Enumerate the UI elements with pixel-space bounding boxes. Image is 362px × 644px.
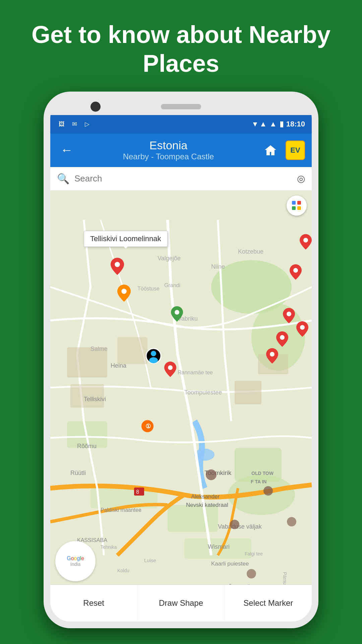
mail-status-icon: ✉ [70,120,79,128]
app-bar-subtitle: Nearby - Toompea Castle [123,152,214,161]
phone-frame: 🖼 ✉ ▷ ▾ ▲ ▲ ▮ 18:10 ← Estonia Nearby - T… [44,92,318,628]
google-logo: Google India [55,541,96,581]
marker-red-5[interactable] [276,331,288,347]
svg-text:Wismari: Wismari [208,543,230,550]
svg-point-60 [300,325,305,330]
svg-text:Nevski katedraal: Nevski katedraal [186,501,228,508]
signal-icon: ▲ [259,120,267,128]
home-button[interactable] [260,140,281,160]
marker-red-6[interactable] [266,348,278,364]
svg-text:Vabaduse väljak: Vabaduse väljak [218,523,262,530]
svg-text:Rõõmu: Rõõmu [77,442,97,449]
svg-point-62 [270,352,275,357]
svg-text:Valgejõe: Valgejõe [158,255,181,261]
draw-shape-button[interactable]: Draw Shape [137,585,225,622]
svg-text:Tehnika: Tehnika [101,544,117,549]
svg-point-58 [115,262,120,267]
google-region: India [70,561,80,567]
status-bar: 🖼 ✉ ▷ ▾ ▲ ▲ ▮ 18:10 [50,115,312,133]
marker-red-main[interactable] [111,258,124,275]
phone-top [50,98,312,115]
speaker [161,104,201,109]
map-svg: Heina Telliskivi Rõõmu Rüütli Paldiski m… [50,191,312,585]
svg-text:Toompuiestee: Toompuiestee [184,389,222,395]
svg-text:Niine: Niine [211,263,225,270]
page-title: Get to know about Nearby Places [13,20,349,78]
app-bar-actions: EV [260,140,305,160]
marker-red-3[interactable] [283,308,295,323]
svg-point-61 [280,335,285,340]
svg-point-56 [293,268,298,273]
svg-text:①: ① [145,423,151,429]
google-brand: Google [67,555,84,561]
marker-green-1[interactable] [171,306,183,322]
svg-text:Grandi: Grandi [164,282,180,288]
svg-text:OLD TOW: OLD TOW [251,470,274,476]
marker-2[interactable] [290,264,302,280]
svg-point-63 [168,365,173,370]
svg-point-55 [303,238,308,243]
wifi-icon: ▾ [253,120,257,128]
marker-red-4[interactable] [296,321,308,337]
svg-text:Suur-Ameerika: Suur-Ameerika [117,584,153,585]
dot2 [297,201,301,205]
svg-point-48 [247,569,256,578]
page-header: Get to know about Nearby Places [0,0,362,92]
dot4 [297,206,301,210]
time-display: 18:10 [286,120,305,128]
svg-point-64 [175,310,179,315]
app-bar-title-area: Estonia Nearby - Toompea Castle [83,139,254,161]
svg-rect-53 [134,487,144,495]
search-input[interactable] [74,173,292,184]
dot1 [292,201,296,205]
svg-point-49 [287,517,296,526]
svg-text:Rüütli: Rüütli [70,469,86,476]
grid-dots [292,201,301,210]
svg-text:Falgi tee: Falgi tee [245,551,263,556]
map-layers-button[interactable] [287,196,307,216]
svg-text:TÕNISMÄGI: TÕNISMÄGI [225,584,256,585]
location-icon[interactable]: ◎ [297,173,305,184]
svg-text:Rannamäe tee: Rannamäe tee [178,369,213,375]
battery-icon: ▮ [280,120,284,128]
ev-logo-button[interactable]: EV [286,141,305,160]
app-bar-title: Estonia [149,139,187,152]
svg-point-66 [151,351,156,356]
map-tooltip: Telliskivi Loomelinnak [84,231,168,247]
reset-button[interactable]: Reset [50,585,137,622]
svg-text:Pärnu maantee: Pärnu maantee [282,572,288,585]
marker-orange-1[interactable] [117,284,131,302]
svg-text:Heina: Heina [111,362,127,369]
camera [90,102,101,112]
nav-status-icon: ▷ [82,120,92,128]
svg-text:8: 8 [136,489,139,494]
search-icon: 🔍 [57,173,69,184]
image-status-icon: 🖼 [57,120,66,128]
svg-point-50 [206,469,217,480]
status-left-icons: 🖼 ✉ ▷ [57,120,92,128]
marker-1[interactable] [300,234,312,250]
svg-point-47 [263,486,273,495]
back-button[interactable]: ← [57,140,76,161]
status-right-icons: ▾ ▲ ▲ ▮ 18:10 [253,120,305,128]
svg-text:Kotzebue: Kotzebue [238,248,263,255]
svg-point-59 [287,312,291,316]
svg-point-46 [230,520,239,529]
marker-red-7[interactable] [164,362,176,377]
dot3 [292,206,296,210]
svg-text:F TA   IN: F TA IN [251,479,266,484]
svg-point-57 [121,288,127,294]
svg-text:Salme: Salme [90,345,108,352]
svg-text:Kaarli puiestee: Kaarli puiestee [211,560,249,567]
svg-point-67 [149,357,158,363]
phone-inner: 🖼 ✉ ▷ ▾ ▲ ▲ ▮ 18:10 ← Estonia Nearby - T… [50,98,312,622]
svg-rect-13 [235,381,261,404]
svg-text:Tööstuse: Tööstuse [137,285,160,291]
svg-rect-7 [168,505,218,532]
map-area[interactable]: Heina Telliskivi Rõõmu Rüütli Paldiski m… [50,191,312,585]
user-location-marker[interactable] [146,348,161,364]
svg-rect-12 [117,337,147,364]
svg-text:Aleksander: Aleksander [191,493,220,499]
app-bar: ← Estonia Nearby - Toompea Castle EV [50,133,312,167]
select-marker-button[interactable]: Select Marker [225,585,312,622]
